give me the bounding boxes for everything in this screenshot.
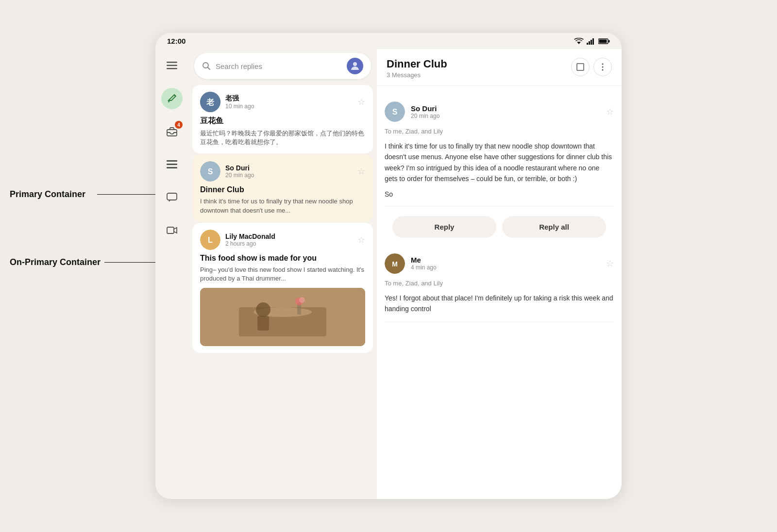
svg-point-37 bbox=[602, 69, 604, 71]
sender-name-2: So Duri bbox=[225, 164, 353, 172]
search-icon bbox=[202, 62, 211, 70]
svg-point-35 bbox=[602, 64, 604, 65]
msg-star-1[interactable]: ☆ bbox=[606, 106, 614, 117]
svg-rect-15 bbox=[167, 193, 177, 200]
svg-text:S: S bbox=[392, 108, 398, 116]
svg-rect-14 bbox=[167, 167, 177, 168]
preview-2: I think it's time for us to finally try … bbox=[200, 197, 365, 215]
msg-star-2[interactable]: ☆ bbox=[606, 258, 614, 269]
status-bar: 12:00 bbox=[155, 33, 622, 49]
svg-rect-8 bbox=[167, 62, 177, 63]
msg-body-1: I think it's time for us to finally try … bbox=[385, 141, 614, 184]
detail-count: 3 Messages bbox=[387, 71, 447, 79]
primary-container-line bbox=[97, 194, 165, 195]
sidebar: 4 bbox=[155, 49, 188, 499]
sender-name-3: Lily MacDonald bbox=[225, 233, 353, 240]
msg-sender-2: Me 4 min ago bbox=[411, 256, 600, 271]
msg-sender-1: So Duri 20 min ago bbox=[411, 104, 600, 119]
time-1: 10 min ago bbox=[225, 103, 353, 110]
sidebar-compose-icon[interactable] bbox=[161, 88, 183, 109]
svg-rect-3 bbox=[591, 40, 592, 45]
msg-sender-name-1: So Duri bbox=[411, 104, 600, 113]
primary-container-label: Primary Container bbox=[10, 189, 85, 200]
email-item-2[interactable]: S So Duri 20 min ago ☆ Dinner Club I thi… bbox=[192, 154, 373, 221]
svg-marker-0 bbox=[577, 42, 581, 44]
svg-rect-34 bbox=[577, 64, 584, 70]
reply-button[interactable]: Reply bbox=[392, 216, 496, 238]
user-avatar[interactable] bbox=[347, 58, 363, 74]
msg-time-2: 4 min ago bbox=[411, 264, 600, 271]
svg-rect-1 bbox=[587, 43, 588, 45]
sidebar-chat-icon[interactable] bbox=[161, 187, 183, 208]
messages-list: S So Duri 20 min ago ☆ To me, Ziad, and … bbox=[377, 86, 622, 499]
email-item-3[interactable]: L Lily MacDonald 2 hours ago ☆ This food… bbox=[192, 223, 373, 353]
svg-text:L: L bbox=[208, 236, 213, 244]
email-meta-1: 老强 10 min ago bbox=[225, 94, 353, 110]
svg-rect-7 bbox=[599, 39, 607, 43]
svg-rect-2 bbox=[589, 41, 590, 45]
detail-title: Dinner Club bbox=[387, 58, 447, 70]
svg-rect-10 bbox=[167, 68, 177, 69]
status-icons bbox=[574, 38, 610, 45]
avatar-lily: L bbox=[200, 230, 220, 250]
detail-header: Dinner Club 3 Messages bbox=[377, 49, 622, 86]
sidebar-menu-icon[interactable] bbox=[161, 55, 183, 76]
msg-avatar-so-duri: S bbox=[385, 101, 405, 122]
sidebar-list-icon[interactable] bbox=[161, 154, 183, 175]
search-bar[interactable]: Search replies bbox=[194, 53, 371, 79]
svg-text:M: M bbox=[392, 260, 398, 268]
svg-rect-30 bbox=[257, 316, 269, 331]
detail-expand-btn[interactable] bbox=[571, 58, 590, 76]
preview-3: Ping– you'd love this new food show I st… bbox=[200, 266, 365, 283]
svg-point-33 bbox=[299, 297, 305, 303]
subject-2: Dinner Club bbox=[200, 185, 365, 194]
star-2[interactable]: ☆ bbox=[357, 166, 365, 177]
svg-point-36 bbox=[602, 66, 604, 68]
detail-actions bbox=[571, 58, 612, 76]
email-meta-3: Lily MacDonald 2 hours ago bbox=[225, 233, 353, 247]
device-frame: 12:00 bbox=[155, 33, 622, 499]
email-detail-panel: Dinner Club 3 Messages bbox=[377, 49, 622, 499]
svg-rect-16 bbox=[167, 227, 174, 233]
msg-sig-1: So bbox=[385, 190, 614, 198]
search-placeholder: Search replies bbox=[216, 62, 342, 70]
sidebar-video-icon[interactable] bbox=[161, 220, 183, 241]
svg-text:S: S bbox=[208, 167, 213, 176]
msg-sender-name-2: Me bbox=[411, 256, 600, 264]
email-meta-2: So Duri 20 min ago bbox=[225, 164, 353, 179]
message-item-1: S So Duri 20 min ago ☆ To me, Ziad, and … bbox=[385, 94, 614, 206]
subject-3: This food show is made for you bbox=[200, 254, 365, 263]
email-list: 老 老强 10 min ago ☆ 豆花鱼 最近忙吗？昨晚我去了你最爱的那家饭馆… bbox=[188, 85, 377, 499]
svg-point-29 bbox=[256, 302, 270, 317]
sidebar-inbox-icon[interactable]: 4 bbox=[161, 121, 183, 142]
detail-more-btn[interactable] bbox=[593, 58, 612, 76]
avatar-so-duri: S bbox=[200, 161, 220, 182]
time-3: 2 hours ago bbox=[225, 240, 353, 247]
subject-1: 豆花鱼 bbox=[200, 116, 365, 126]
battery-icon bbox=[598, 38, 610, 44]
msg-body-2: Yes! I forgot about that place! I'm defi… bbox=[385, 293, 614, 315]
svg-rect-6 bbox=[608, 40, 610, 42]
preview-1: 最近忙吗？昨晚我去了你最爱的那家饭馆，点了他们的特色豆花鱼，吃着吃着就想你了。 bbox=[200, 129, 365, 147]
svg-line-18 bbox=[208, 67, 210, 70]
reply-all-button[interactable]: Reply all bbox=[502, 216, 606, 238]
time-2: 20 min ago bbox=[225, 172, 353, 179]
svg-rect-13 bbox=[167, 164, 177, 165]
status-time: 12:00 bbox=[167, 37, 186, 45]
email-item-1[interactable]: 老 老强 10 min ago ☆ 豆花鱼 最近忙吗？昨晚我去了你最爱的那家饭馆… bbox=[192, 85, 373, 153]
svg-rect-4 bbox=[592, 38, 594, 45]
inbox-badge: 4 bbox=[175, 121, 183, 129]
svg-rect-9 bbox=[167, 65, 177, 66]
msg-time-1: 20 min ago bbox=[411, 113, 600, 119]
sender-name-1: 老强 bbox=[225, 94, 353, 103]
msg-to-2: To me, Ziad, and Lily bbox=[385, 280, 614, 287]
email-list-panel: Search replies bbox=[188, 49, 377, 499]
star-3[interactable]: ☆ bbox=[357, 234, 365, 245]
svg-text:老: 老 bbox=[206, 98, 215, 106]
svg-point-19 bbox=[353, 62, 357, 66]
star-1[interactable]: ☆ bbox=[357, 97, 365, 107]
page-wrapper: Primary Container On-Primary Container 1… bbox=[0, 0, 777, 532]
avatar-lao-qiang: 老 bbox=[200, 92, 220, 112]
detail-title-area: Dinner Club 3 Messages bbox=[387, 58, 447, 79]
email-image-3 bbox=[200, 288, 365, 346]
